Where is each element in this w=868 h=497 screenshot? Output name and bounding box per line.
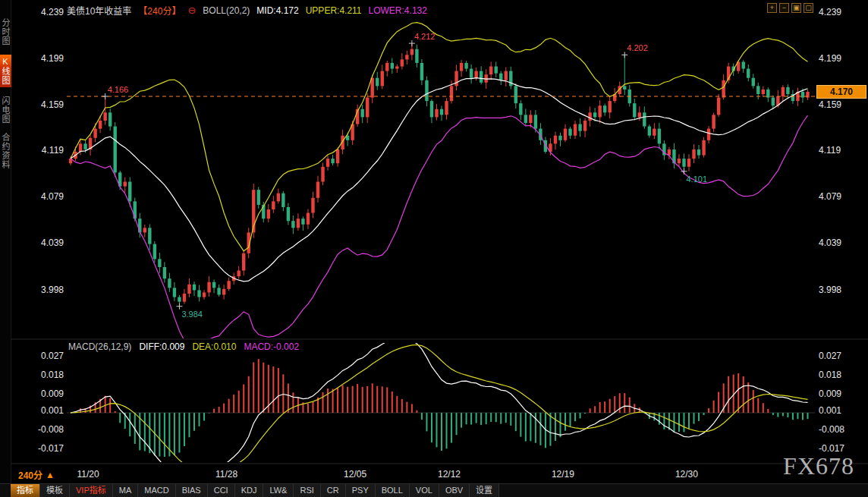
svg-text:12/19: 12/19 [552,469,574,480]
obv-button[interactable]: OBV [439,484,470,497]
svg-text:4.079: 4.079 [819,191,841,202]
bias-button[interactable]: BIAS [176,484,208,497]
macd-params-label: MACD(26,12,9) [68,341,131,352]
svg-text:-0.008: -0.008 [819,424,844,435]
up-arrow-icon: ▲ [46,470,55,480]
svg-text:3.984: 3.984 [181,310,203,319]
templates-tab[interactable]: 模板 [40,484,70,497]
svg-text:12/30: 12/30 [675,469,698,480]
indicators-tab[interactable]: 指标 [11,484,40,497]
cci-button[interactable]: CCI [208,484,235,497]
svg-text:0.001: 0.001 [819,405,841,416]
svg-text:12/12: 12/12 [438,469,461,480]
svg-text:4.119: 4.119 [42,145,64,156]
zoom-out-icon[interactable]: − [779,3,789,13]
left-chart-type-sidebar: 分时图K线图闪电图合约资料 [0,0,11,484]
timeframe-selector[interactable]: 240分 ▲ [18,468,55,481]
bottom-indicator-toolbar: 指标模板VIP指标MAMACDBIASCCIKDJLW&RSICRPSYBOLL… [0,483,868,497]
collapse-indicator-icon[interactable]: ⊖ [187,6,196,15]
svg-text:4.039: 4.039 [41,237,64,248]
svg-text:11/20: 11/20 [77,469,99,480]
lwr-button[interactable]: LW& [263,484,294,497]
timeframe-badge: 【240分】 [138,4,181,17]
svg-text:0.018: 0.018 [819,370,841,380]
svg-text:4.159: 4.159 [819,99,841,110]
symbol-title: 美债10年收益率 [67,4,131,17]
zoom-in-icon[interactable]: + [767,3,777,13]
svg-text:3.998: 3.998 [819,285,841,295]
timeframe-text: 240分 [18,468,42,481]
svg-text:4.166: 4.166 [108,85,129,94]
settings-button[interactable]: 设置 [470,484,499,497]
svg-text:0.027: 0.027 [819,351,841,361]
svg-text:11/28: 11/28 [215,469,237,480]
svg-text:4.159: 4.159 [41,99,64,110]
svg-text:4.202: 4.202 [627,43,648,52]
macd-button[interactable]: MACD [138,484,175,497]
svg-text:4.039: 4.039 [819,237,841,248]
ma-button[interactable]: MA [113,484,139,497]
macd-header: MACD(26,12,9) DIFF:0.009 DEA:0.010 MACD:… [68,341,299,352]
cr-button[interactable]: CR [321,484,346,497]
boll-button[interactable]: BOLL [376,484,410,497]
svg-text:4.212: 4.212 [414,32,436,41]
timeshare-chart-tab[interactable]: 分时图 [0,18,11,46]
svg-text:3.998: 3.998 [41,285,64,295]
contract-info-tab[interactable]: 合约资料 [0,133,11,169]
boll-params-label: BOLL(20,2) [203,5,250,16]
macd-diff-value: DIFF:0.009 [139,341,184,352]
svg-text:4.199: 4.199 [819,53,841,64]
split-pane-icon[interactable]: ▣ [791,3,801,13]
boll-mid-value: MID:4.172 [256,5,298,16]
kline-chart-tab[interactable]: K线图 [0,55,11,87]
svg-text:-0.017: -0.017 [38,443,64,454]
flash-chart-tab[interactable]: 闪电图 [0,96,11,124]
macd-hist-value: MACD:-0.002 [244,341,299,352]
svg-text:4.239: 4.239 [819,7,841,17]
svg-text:0.001: 0.001 [41,405,64,416]
vip-indicators-button[interactable]: VIP指标 [70,484,113,497]
svg-text:0.009: 0.009 [41,388,64,399]
svg-text:4.199: 4.199 [41,53,64,64]
svg-text:0.018: 0.018 [41,370,64,380]
current-price-tag: 4.170 [816,85,866,99]
chart-header: 美债10年收益率 【240分】 ⊖ BOLL(20,2) MID:4.172 U… [67,4,427,17]
svg-text:4.101: 4.101 [686,175,707,184]
kdj-button[interactable]: KDJ [235,484,264,497]
price-annotations: 4.1664.2124.2024.1013.984 [102,32,707,319]
svg-text:4.079: 4.079 [41,191,64,202]
svg-text:0.027: 0.027 [41,351,64,361]
trading-app: 4.1664.2124.2024.1013.9844.2394.2394.199… [0,0,868,497]
candlestick-layer [69,23,810,352]
chart-canvas[interactable]: 4.1664.2124.2024.1013.9844.2394.2394.199… [0,0,868,497]
svg-text:4.239: 4.239 [41,7,64,17]
boll-upper-value: UPPER:4.211 [306,5,362,16]
rsi-button[interactable]: RSI [294,484,320,497]
svg-text:12/05: 12/05 [344,469,366,480]
watermark: FX678 [783,452,854,480]
merge-pane-icon[interactable]: ▢ [804,3,813,13]
psy-button[interactable]: PSY [346,484,376,497]
boll-lower-value: LOWER:4.132 [369,5,427,16]
macd-layer [67,341,815,481]
vol-button[interactable]: VOL [410,484,439,497]
svg-text:4.119: 4.119 [819,145,841,156]
chart-layout-tools: +−▣▢ [767,3,813,13]
svg-text:0.009: 0.009 [819,388,841,399]
svg-text:-0.008: -0.008 [38,424,64,435]
macd-dea-value: DEA:0.010 [192,341,236,352]
